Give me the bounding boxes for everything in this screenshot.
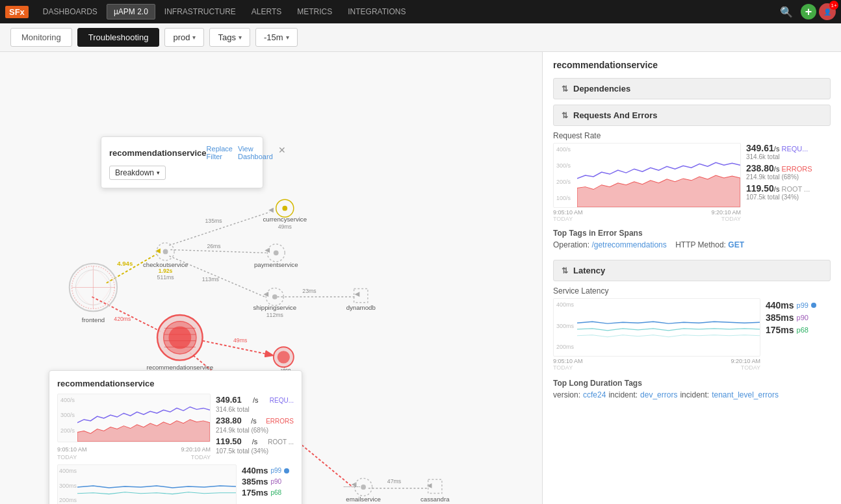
svg-text:4.94s: 4.94s (117, 260, 133, 267)
svg-text:113ms: 113ms (202, 276, 220, 283)
svg-text:1.92s: 1.92s (159, 268, 173, 274)
long-duration-label: Top Long Duration Tags (553, 379, 831, 388)
operation-value-link[interactable]: /getrecommendations (591, 240, 666, 249)
svg-text:currencyservice: currencyservice (263, 216, 307, 223)
nav-metrics[interactable]: METRICS (291, 5, 339, 19)
svg-text:frontend: frontend (82, 316, 105, 323)
svg-text:420ms: 420ms (114, 316, 131, 322)
metric-root: 119.50/s ROOT ... (216, 436, 294, 446)
monitoring-tab[interactable]: Monitoring (10, 28, 72, 47)
latency-area: 400ms 300ms 200ms (553, 298, 831, 371)
popup-close-button[interactable]: ✕ (278, 145, 286, 160)
nav-integrations[interactable]: INTEGRATIONS (341, 5, 412, 19)
p99-indicator (811, 303, 816, 308)
svg-point-34 (163, 249, 168, 255)
svg-line-4 (170, 250, 266, 253)
add-icon[interactable]: + (801, 4, 816, 19)
latency-toggle-icon: ⇅ (562, 266, 568, 275)
nav-infrastructure[interactable]: INFRASTRUCTURE (158, 5, 242, 19)
latency-chart: 400ms 300ms 200ms (553, 298, 760, 357)
svg-text:26ms: 26ms (207, 243, 221, 249)
lat-p99-row: 440ms p99 (242, 466, 294, 475)
main-layout: 4.94s 135ms 26ms 113ms 23ms 420ms 1.84s … (0, 52, 841, 504)
tenant-level-link[interactable]: tenant_level_errors (712, 390, 779, 399)
popup-bottom-title: recommendationservice (57, 379, 294, 388)
view-dashboard-link[interactable]: View Dashboard (238, 145, 273, 160)
req-metric-3-sub: 107.5k total (34%) (746, 194, 831, 201)
svg-point-39 (282, 206, 287, 211)
http-method-link[interactable]: GET (728, 240, 744, 249)
popup-bottom-left: 400/s 300/s 200/s 100/s 9 (57, 394, 211, 460)
app-logo[interactable]: SFx (5, 6, 29, 18)
dependencies-label: Dependencies (573, 84, 630, 94)
notification-badge: 1+ (829, 1, 838, 10)
request-chart-container: 400/s 300/s 200/s 100/s 9:05:10 AM 9:20:… (553, 143, 741, 222)
svg-text:emailservice: emailservice (346, 496, 381, 503)
svg-rect-49 (354, 288, 368, 302)
svg-text:dynamodb: dynamodb (346, 304, 376, 311)
metric-errors-sub: 214.9k total (68%) (216, 427, 294, 434)
version-tag-link[interactable]: ccfe24 (583, 390, 606, 399)
service-popup-header: recommendationservice Replace Filter Vie… (109, 145, 255, 160)
nav-dashboards[interactable]: DASHBOARDS (36, 5, 104, 19)
latency-time-labels-right: 9:05:10 AM 9:20:10 AM (553, 358, 760, 364)
svg-text:23ms: 23ms (302, 288, 317, 294)
metric-root-sub: 107.5k total (34%) (216, 447, 294, 455)
request-y-labels: 400/s 300/s 200/s 100/s (556, 146, 571, 201)
svg-point-43 (274, 250, 279, 255)
env-filter-dropdown[interactable]: prod (164, 28, 204, 47)
time-filter-dropdown[interactable]: -15m (255, 28, 298, 47)
right-panel-title: recommendationservice (553, 60, 831, 70)
svg-point-66 (278, 351, 290, 363)
svg-text:cassandra: cassandra (420, 496, 450, 503)
sub-navigation: Monitoring Troubleshooting prod Tags -15… (0, 23, 841, 52)
requests-errors-section-header[interactable]: ⇅ Requests And Errors (553, 105, 831, 126)
chart-time-sub: TODAY TODAY (57, 454, 211, 460)
requests-errors-label: Requests And Errors (573, 110, 658, 120)
service-map-panel: 4.94s 135ms 26ms 113ms 23ms 420ms 1.84s … (0, 52, 542, 504)
latency-section-header[interactable]: ⇅ Latency (553, 260, 831, 281)
popup-mini-chart: 400/s 300/s 200/s 100/s (57, 394, 211, 442)
latency-y-labels: 400ms 300ms 200ms (59, 468, 77, 503)
p99-dot (284, 468, 289, 473)
lat-p68: 175ms p68 (766, 325, 831, 335)
req-metric-2: 238.80/s ERRORS 214.9k total (68%) (746, 163, 831, 181)
request-rate-area: 400/s 300/s 200/s 100/s 9:05:10 AM 9:20:… (553, 143, 831, 222)
dev-errors-link[interactable]: dev_errors (640, 390, 677, 399)
svg-text:checkoutservice: checkoutservice (143, 261, 188, 268)
request-time-sub: TODAY TODAY (553, 216, 741, 222)
search-icon[interactable]: 🔍 (775, 3, 798, 21)
tags-filter-dropdown[interactable]: Tags (209, 28, 250, 47)
nav-alerts[interactable]: ALERTS (245, 5, 288, 19)
svg-text:47ms: 47ms (387, 478, 402, 485)
user-avatar[interactable]: 👤 1+ (819, 3, 836, 20)
replace-filter-link[interactable]: Replace Filter (207, 145, 233, 160)
svg-marker-23 (355, 292, 360, 297)
latency-y-labels-right: 400ms 300ms 200ms (556, 301, 574, 350)
troubleshooting-tab[interactable]: Troubleshooting (77, 28, 160, 47)
requests-toggle-icon: ⇅ (562, 111, 568, 120)
svg-point-60 (361, 485, 366, 490)
popup-bottom-metrics: 349.61/s REQU... 314.6k total 238.80/s E… (216, 394, 294, 460)
breakdown-dropdown[interactable]: Breakdown (109, 166, 166, 180)
req-metric-2-sub: 214.9k total (68%) (746, 173, 831, 181)
chart-y-labels: 400/s 300/s 200/s 100/s (60, 397, 75, 442)
dependencies-section-header[interactable]: ⇅ Dependencies (553, 78, 831, 99)
top-tags-label: Top Tags in Error Spans (553, 229, 831, 238)
right-panel: recommendationservice ⇅ Dependencies ⇅ R… (542, 52, 841, 504)
service-popup-top: recommendationservice Replace Filter Vie… (101, 136, 263, 188)
latency-label: Latency (573, 266, 605, 275)
lat-p90-row: 385ms p90 (242, 477, 294, 486)
svg-text:---------: --------- (343, 483, 360, 490)
nav-uapm[interactable]: µAPM 2.0 (107, 4, 155, 19)
metric-errors: 238.80/s ERRORS (216, 416, 294, 425)
request-metrics-list: 349.61/s REQU... 314.6k total 238.80/s E… (746, 143, 831, 201)
latency-chart-container: 400ms 300ms 200ms (553, 298, 760, 371)
metric-requ-sub: 314.6k total (216, 406, 294, 413)
request-time-labels: 9:05:10 AM 9:20:10 AM (553, 209, 741, 216)
dependencies-toggle-icon: ⇅ (562, 84, 568, 94)
top-navigation: SFx DASHBOARDS µAPM 2.0 INFRASTRUCTURE A… (0, 0, 841, 23)
popup-bottom-content: 400/s 300/s 200/s 100/s 9 (57, 394, 294, 460)
svg-line-0 (107, 254, 157, 283)
svg-text:shippingservice: shippingservice (253, 304, 297, 311)
